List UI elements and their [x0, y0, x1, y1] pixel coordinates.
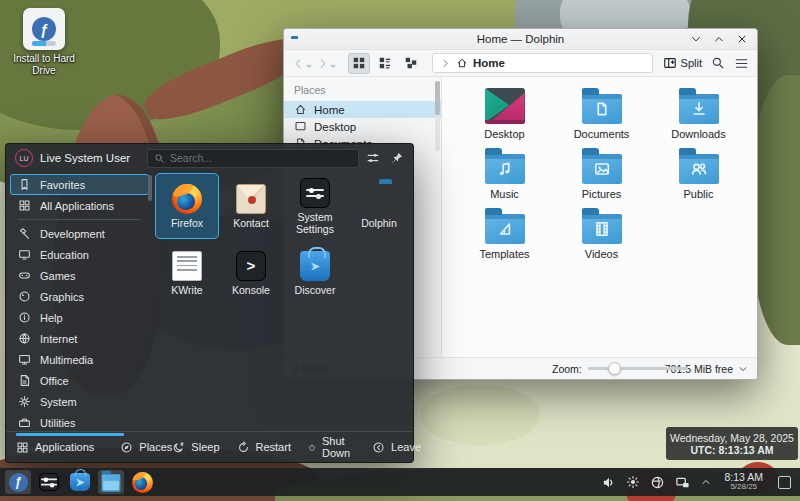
hamburger-menu-icon[interactable] — [734, 56, 749, 71]
scroll-indicator — [16, 433, 124, 436]
folder-item[interactable]: Pictures — [553, 147, 650, 207]
place-home[interactable]: Home — [284, 101, 441, 118]
zoom-slider-handle[interactable] — [608, 362, 621, 375]
app-konsole[interactable]: Konsole — [219, 240, 283, 306]
search-input[interactable] — [170, 152, 330, 164]
folder-icon — [102, 474, 121, 491]
task-discover[interactable] — [67, 470, 93, 494]
place-desktop[interactable]: Desktop — [284, 118, 441, 135]
circle-icon — [18, 290, 31, 303]
expand-tray-icon[interactable] — [700, 476, 712, 488]
shutdown-button[interactable]: Shut Down — [308, 435, 355, 459]
folder-icon — [364, 184, 394, 214]
category-office[interactable]: Office — [10, 370, 149, 391]
sleep-button[interactable]: Sleep — [172, 441, 219, 454]
maximize-icon[interactable] — [713, 33, 725, 45]
install-to-hard-drive-icon[interactable]: Install to Hard Drive — [6, 8, 82, 76]
applications-tab[interactable]: Applications — [16, 441, 94, 454]
launcher-header: LU Live System User — [6, 144, 413, 172]
application-launcher-button[interactable] — [5, 470, 31, 494]
clock-widget-utc-time: UTC: 8:13:13 AM — [690, 444, 773, 456]
sidebar-scrollbar[interactable] — [148, 175, 152, 201]
application-launcher-menu: LU Live System User Favorites All Applic… — [5, 143, 414, 463]
close-icon[interactable] — [736, 33, 748, 45]
icons-view-button[interactable] — [348, 53, 370, 74]
category-favorites[interactable]: Favorites — [10, 174, 149, 195]
show-desktop-button[interactable] — [778, 476, 791, 489]
templates-folder-icon — [485, 214, 525, 244]
configure-icon[interactable] — [366, 151, 380, 165]
folder-item[interactable]: Downloads — [650, 87, 747, 147]
app-system-settings[interactable]: System Settings — [283, 173, 347, 239]
leave-icon — [372, 441, 385, 454]
folder-item[interactable]: Documents — [553, 87, 650, 147]
category-internet[interactable]: Internet — [10, 328, 149, 349]
pin-icon[interactable] — [390, 151, 404, 165]
task-dolphin[interactable] — [98, 470, 124, 494]
toolbox-icon — [18, 416, 31, 429]
avatar[interactable]: LU — [15, 149, 33, 167]
task-system-settings[interactable] — [36, 470, 62, 494]
category-graphics[interactable]: Graphics — [10, 286, 149, 307]
firefox-icon — [132, 472, 153, 493]
bookmark-icon — [18, 178, 31, 191]
leave-button[interactable]: Leave — [372, 441, 435, 454]
location-breadcrumb[interactable]: Home — [432, 53, 653, 73]
category-games[interactable]: Games — [10, 265, 149, 286]
volume-icon[interactable] — [601, 475, 616, 490]
app-kontact[interactable]: Kontact — [219, 173, 283, 239]
category-utilities[interactable]: Utilities — [10, 412, 149, 433]
brightness-icon[interactable] — [626, 475, 640, 489]
sliders-icon — [300, 178, 330, 208]
minimize-icon[interactable] — [690, 33, 702, 45]
network-icon[interactable] — [650, 475, 665, 490]
category-help[interactable]: Help — [10, 307, 149, 328]
clock-widget: Wednesday, May 28, 2025 UTC: 8:13:13 AM — [666, 427, 798, 460]
places-scrollbar[interactable] — [435, 81, 440, 151]
category-education[interactable]: Education — [10, 244, 149, 265]
category-multimedia[interactable]: Multimedia — [10, 349, 149, 370]
dolphin-titlebar[interactable]: Home — Dolphin — [284, 29, 757, 50]
install-icon-label: Install to Hard Drive — [6, 53, 82, 76]
restart-button[interactable]: Restart — [237, 441, 291, 454]
firefox-icon — [172, 184, 202, 214]
folder-item[interactable]: Templates — [456, 207, 553, 267]
chevron-down-icon[interactable] — [429, 445, 435, 449]
category-all-applications[interactable]: All Applications — [10, 195, 149, 216]
moon-icon — [172, 441, 185, 454]
places-tab[interactable]: Places — [120, 441, 172, 454]
home-icon — [456, 57, 468, 69]
desktop: Install to Hard Drive Wednesday, May 28,… — [0, 0, 800, 501]
category-system[interactable]: System — [10, 391, 149, 412]
folder-item[interactable]: Music — [456, 147, 553, 207]
category-development[interactable]: Development — [10, 223, 149, 244]
power-icon — [308, 441, 316, 454]
digital-clock[interactable]: 8:13 AM 5/28/25 — [724, 472, 763, 491]
task-firefox[interactable] — [129, 470, 155, 494]
desktop-special-icon — [485, 88, 525, 124]
zoom-slider[interactable] — [588, 367, 688, 370]
app-dolphin[interactable]: Dolphin — [347, 173, 411, 239]
hammer-icon — [18, 227, 31, 240]
back-button[interactable] — [292, 57, 312, 70]
app-firefox[interactable]: Firefox — [155, 173, 219, 239]
sliders-icon — [39, 473, 59, 491]
app-kwrite[interactable]: KWrite — [155, 240, 219, 306]
device-screen-icon[interactable] — [675, 475, 690, 490]
details-view-button[interactable] — [374, 53, 396, 74]
app-discover[interactable]: Discover — [283, 240, 347, 306]
folder-item[interactable]: Desktop — [456, 87, 553, 147]
chevron-down-icon[interactable] — [738, 364, 748, 374]
forward-button[interactable] — [316, 57, 336, 70]
tree-view-button[interactable] — [400, 53, 422, 74]
search-box[interactable] — [147, 149, 359, 168]
search-icon[interactable] — [711, 56, 725, 70]
split-button[interactable]: Split — [663, 56, 702, 70]
text-document-icon — [172, 251, 202, 281]
videos-folder-icon — [582, 214, 622, 244]
music-folder-icon — [485, 154, 525, 184]
folder-item[interactable]: Public — [650, 147, 747, 207]
folder-item[interactable]: Videos — [553, 207, 650, 267]
breadcrumb-home[interactable]: Home — [473, 57, 505, 69]
bag-icon — [300, 251, 330, 281]
